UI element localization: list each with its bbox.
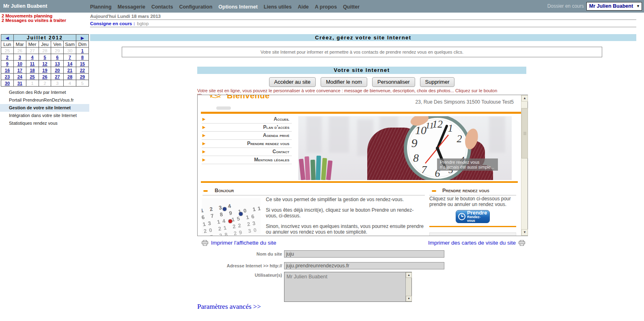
calendar-day-link[interactable]: 25 bbox=[30, 74, 34, 79]
users-listbox[interactable]: Mr Julien Buabent ▲ ▼ bbox=[284, 272, 412, 302]
calendar-day-link[interactable]: 16 bbox=[5, 68, 10, 73]
menu-item-contacts[interactable]: Contacts bbox=[151, 1, 173, 13]
calendar-day-link[interactable]: 5 bbox=[43, 55, 46, 60]
menu-item-liens-utiles[interactable]: Liens utiles bbox=[264, 1, 292, 13]
calendar-day-cell: 20 bbox=[51, 67, 64, 74]
sidebar-item-gestion-des-rdv-par-internet[interactable]: Gestion des Rdv par Internet bbox=[0, 89, 89, 96]
supprimer-button[interactable]: Supprimer bbox=[420, 77, 455, 87]
arrow-right-icon: ▶ bbox=[202, 132, 205, 139]
menu-item-configuration[interactable]: Configuration bbox=[179, 1, 212, 13]
menu-item-options-internet[interactable]: Options Internet bbox=[218, 1, 258, 13]
menu-item-planning[interactable]: Planning bbox=[90, 1, 112, 13]
print-cards-link[interactable]: Imprimer des cartes de visite du site bbox=[428, 240, 528, 246]
calendar: ◀ Juillet 2012 ▶ LunMarMerJeuVenSamDim 2… bbox=[1, 34, 89, 87]
calendar-day-link[interactable]: 4 bbox=[31, 55, 34, 60]
calendar-day-link[interactable]: 29 bbox=[80, 74, 85, 79]
folders-illustration bbox=[299, 154, 336, 180]
calendar-day-link[interactable]: 1 bbox=[81, 48, 84, 53]
bonjour-title: Bonjour bbox=[215, 188, 234, 193]
calendar-day-link[interactable]: 22 bbox=[80, 68, 85, 73]
calendar-day-link[interactable]: 24 bbox=[17, 74, 22, 79]
calendar-day-link[interactable]: 23 bbox=[5, 74, 10, 79]
calendar-next-button[interactable]: ▶ bbox=[76, 35, 89, 41]
scroll-up-icon[interactable]: ▲ bbox=[406, 272, 412, 278]
bonjour-paragraph: Ce site vous permet de simplifier la ges… bbox=[266, 197, 425, 202]
preview-menu-item-accueil[interactable]: ▶Accueil bbox=[202, 115, 292, 124]
calendar-day-link[interactable]: 10 bbox=[17, 61, 22, 66]
site-address-input[interactable] bbox=[284, 262, 444, 269]
calendar-day-link[interactable]: 11 bbox=[30, 61, 35, 66]
advanced-settings-link[interactable]: Paramètres avancés >> bbox=[197, 303, 261, 311]
calendar-day-link[interactable]: 9 bbox=[6, 61, 9, 66]
calendar-prev-button[interactable]: ◀ bbox=[1, 35, 14, 41]
print-poster-link[interactable]: Imprimer l'affichette du site bbox=[199, 240, 276, 246]
calendar-day-link[interactable]: 7 bbox=[69, 55, 71, 60]
site-name-input[interactable] bbox=[284, 250, 444, 258]
preview-menu-item-mentions-légales[interactable]: ▶Mentions légales bbox=[202, 156, 292, 164]
preview-menu-item-contact[interactable]: ▶Contact bbox=[202, 148, 292, 156]
accéder-au-site-button[interactable]: Accéder au site bbox=[269, 77, 316, 87]
calendar-day-link[interactable]: 2 bbox=[6, 55, 9, 60]
calendar-day-link[interactable]: 27 bbox=[55, 74, 60, 79]
calendar-day-cell: 31 bbox=[13, 80, 26, 87]
svg-text:10: 10 bbox=[415, 124, 426, 137]
calendar-day-link[interactable]: 31 bbox=[17, 81, 22, 86]
calendar-day-cell: 10 bbox=[13, 61, 26, 67]
menu-item-a-propos[interactable]: A propos bbox=[315, 1, 337, 13]
scrollbar-thumb[interactable] bbox=[521, 108, 528, 158]
menu-item-quitter[interactable]: Quitter bbox=[343, 1, 360, 13]
scroll-down-icon[interactable]: ▼ bbox=[406, 296, 412, 301]
scroll-up-icon[interactable]: ▲ bbox=[521, 95, 528, 102]
svg-text:2: 2 bbox=[457, 133, 462, 145]
users-scrollbar[interactable]: ▲ ▼ bbox=[405, 272, 411, 301]
preview-menu: ▶Accueil▶Plan d'accès▶Agenda privé▶Prend… bbox=[202, 115, 292, 164]
rdv-title: Prendre rendez vous bbox=[442, 188, 489, 193]
menu-item-messagerie[interactable]: Messagerie bbox=[118, 1, 145, 13]
sidebar-item-portail-prendreunrendezvous.fr[interactable]: Portail PrendreunRenDezVous.fr bbox=[0, 96, 89, 104]
prendre-rendez-vous-button[interactable]: Prendre Rendez-vous bbox=[456, 210, 490, 223]
photo-background-shape bbox=[489, 116, 505, 153]
calendar-day-muted: 28 bbox=[42, 48, 47, 53]
chevron-right-icon: ▶ bbox=[81, 36, 84, 40]
preview-menu-item-prendre-rendez-vous[interactable]: ▶Prendre rendez vous bbox=[202, 140, 292, 148]
site-action-buttons: Accéder au siteModifier le nomPersonnali… bbox=[197, 77, 526, 87]
calendar-day-link[interactable]: 12 bbox=[42, 61, 47, 66]
sidebar-item-gestion-de-votre-site-internet[interactable]: Gestion de votre site Internet bbox=[0, 104, 89, 112]
scroll-down-icon[interactable]: ▼ bbox=[521, 229, 528, 236]
calendar-day-link[interactable]: 13 bbox=[55, 61, 60, 66]
status-area: Aujourd'hui Lundi 18 mars 2013 Consigne … bbox=[90, 13, 636, 27]
calendar-day-cell: 21 bbox=[64, 67, 76, 74]
calendar-day-link[interactable]: 19 bbox=[42, 68, 47, 73]
calendar-day-cell: 17 bbox=[13, 67, 26, 74]
current-user-label: Mr Julien Buabent bbox=[3, 0, 47, 13]
calendar-day-cell: 2 bbox=[39, 80, 51, 87]
calendar-day-link[interactable]: 30 bbox=[5, 81, 10, 86]
calendar-day-link[interactable]: 8 bbox=[81, 55, 84, 60]
calendar-day-link[interactable]: 14 bbox=[67, 61, 72, 66]
calendar-week-row: 9101112131415 bbox=[1, 61, 89, 67]
printer-icon bbox=[202, 240, 208, 246]
calendar-day-link[interactable]: 6 bbox=[56, 55, 58, 60]
sidebar-item-intégration-dans-votre-site-internet[interactable]: Intégration dans votre site Internet bbox=[0, 112, 89, 119]
preview-menu-item-plan-d'accès[interactable]: ▶Plan d'accès bbox=[202, 124, 292, 132]
preview-scrollbar[interactable]: ▲ ▼ bbox=[521, 95, 528, 236]
calendar-day-link[interactable]: 18 bbox=[30, 68, 34, 73]
calendar-day-cell: 30 bbox=[64, 48, 76, 54]
chevron-left-icon: ◀ bbox=[6, 36, 9, 40]
personnaliser-button[interactable]: Personnaliser bbox=[372, 77, 415, 87]
calendar-day-link[interactable]: 17 bbox=[17, 68, 22, 73]
calendar-day-link[interactable]: 28 bbox=[67, 74, 72, 79]
modifier-le-nom-button[interactable]: Modifier le nom bbox=[321, 77, 367, 87]
calendar-day-link[interactable]: 3 bbox=[19, 55, 21, 60]
dossier-select[interactable]: Mr Julien Buabent ▼ bbox=[586, 2, 642, 11]
calendar-day-link[interactable]: 20 bbox=[55, 68, 60, 73]
dossier-en-cours: Dossier en cours Mr Julien Buabent ▼ bbox=[547, 2, 642, 11]
sidebar-item-statistiques-rendez-vous[interactable]: Statistiques rendez vous bbox=[0, 119, 89, 127]
calendar-day-link[interactable]: 21 bbox=[67, 68, 72, 73]
calendar-day-link[interactable]: 15 bbox=[80, 61, 85, 66]
calendar-day-muted: 2 bbox=[43, 81, 46, 86]
preview-menu-item-agenda-privé[interactable]: ▶Agenda privé bbox=[202, 132, 292, 140]
calendar-day-link[interactable]: 26 bbox=[42, 74, 47, 79]
menu-item-aide[interactable]: Aide bbox=[298, 1, 309, 13]
preview-address: 23, Rue Des Simpsons 31500 Toulouse Test… bbox=[416, 99, 514, 105]
